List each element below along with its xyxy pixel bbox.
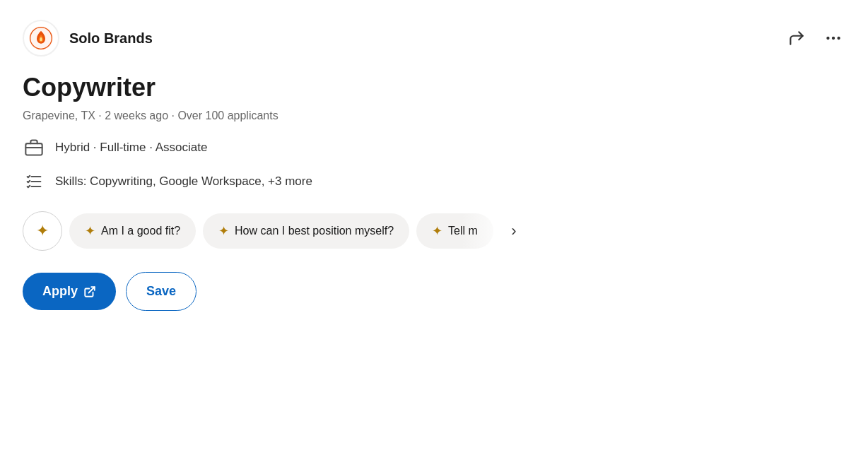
ai-spark-button[interactable]: ✦ — [23, 211, 62, 251]
briefcase-icon — [23, 136, 45, 159]
tell-suggestion-label: Tell m — [448, 225, 478, 237]
svg-rect-5 — [25, 143, 42, 155]
svg-line-11 — [89, 287, 95, 292]
fit-suggestion-label: Am I a good fit? — [101, 225, 180, 237]
position-suggestion-button[interactable]: ✦ How can I best position myself? — [203, 213, 409, 249]
spark-icon: ✦ — [36, 222, 49, 240]
share-button[interactable] — [785, 26, 809, 50]
apply-label: Apply — [42, 284, 78, 299]
work-type-text: Hybrid · Full-time · Associate — [55, 141, 207, 155]
job-title: Copywriter — [23, 72, 845, 102]
chevron-right-icon: › — [511, 222, 516, 240]
more-options-button[interactable] — [821, 26, 845, 50]
company-name: Solo Brands — [69, 30, 153, 47]
job-meta: Grapevine, TX · 2 weeks ago · Over 100 a… — [23, 109, 845, 122]
share-icon — [787, 29, 806, 47]
job-listing-card: Solo Brands Copywriter Grapevine, TX · 2… — [0, 0, 868, 462]
company-logo — [23, 20, 59, 57]
svg-point-4 — [837, 37, 840, 40]
company-info: Solo Brands — [23, 20, 153, 57]
suggestions-next-button[interactable]: › — [500, 218, 527, 244]
more-options-icon — [824, 29, 843, 47]
actions-row: Apply Save — [23, 272, 845, 311]
header-actions — [785, 26, 845, 50]
header-row: Solo Brands — [23, 20, 845, 57]
tell-suggestion-button[interactable]: ✦ Tell m — [416, 213, 493, 249]
save-button[interactable]: Save — [126, 272, 197, 311]
work-type-row: Hybrid · Full-time · Associate — [23, 136, 845, 159]
suggestions-row: ✦ ✦ Am I a good fit? ✦ How can I best po… — [23, 211, 845, 251]
external-link-icon — [83, 285, 96, 298]
apply-button[interactable]: Apply — [23, 273, 116, 310]
spark-icon-tell: ✦ — [432, 223, 442, 239]
skills-icon — [23, 170, 45, 193]
spark-icon-position: ✦ — [218, 223, 229, 239]
position-suggestion-label: How can I best position myself? — [235, 225, 394, 237]
skills-text: Skills: Copywriting, Google Workspace, +… — [55, 174, 312, 189]
spark-icon-fit: ✦ — [85, 223, 95, 239]
svg-point-3 — [832, 37, 835, 40]
save-label: Save — [146, 284, 176, 298]
flame-logo-icon — [29, 26, 53, 50]
svg-point-2 — [826, 37, 829, 40]
skills-row: Skills: Copywriting, Google Workspace, +… — [23, 170, 845, 193]
fit-suggestion-button[interactable]: ✦ Am I a good fit? — [69, 213, 196, 249]
